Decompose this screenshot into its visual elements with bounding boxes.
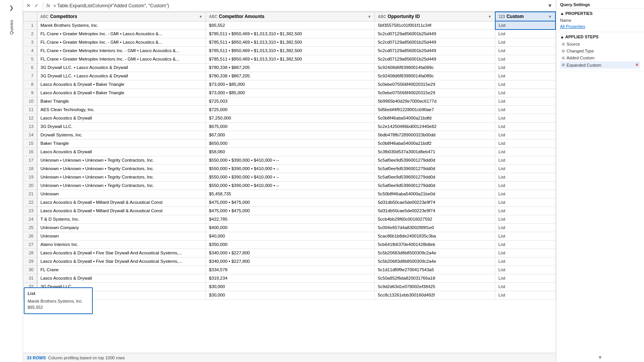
oppid-filter-icon[interactable]: ▼	[488, 15, 492, 19]
table-row[interactable]: 10Baker Triangle$725,0035b9965b40d29e700…	[23, 97, 556, 105]
table-body: 1Marek Brothers Systems, Inc.$95,5525bf3…	[23, 21, 556, 299]
custom-cell: List	[495, 139, 555, 147]
custom-cell: List	[495, 97, 555, 105]
custom-cell: List	[495, 21, 555, 29]
step-changed-type[interactable]: ⚙ Changed Type	[560, 48, 640, 54]
table-row[interactable]: 23Lasco Acoustics & Drywall • Millard Dr…	[23, 206, 556, 215]
table-row[interactable]: 5FL Crane • Greater Metroplex Interiors …	[23, 55, 556, 63]
custom-cell: List	[495, 249, 555, 257]
table-row[interactable]: 323G Drywall LLC.$30,0005c9d2d63d1e07800…	[23, 282, 556, 291]
table-row[interactable]: 8Lasco Acoustics & Drywall • Baker Trian…	[23, 80, 556, 88]
table-row[interactable]: 26Unknown$40,0005cac86b1b8de24001835c3ba…	[23, 232, 556, 240]
table-row[interactable]: 14Drywall Systems, Inc.$67,0005bdb478fb7…	[23, 131, 556, 139]
amounts-cell: $650,000	[206, 139, 375, 147]
tooltip-popup: List Marek Brothers Systems, Inc. $95,55…	[24, 287, 93, 314]
table-row[interactable]: 4FL Crane • Greater Metroplex Interiors …	[23, 46, 556, 55]
col-header-custom[interactable]: 123 Custom ▼	[495, 12, 555, 21]
opp-id-cell: 5cac86b1b8de24001835c3ba	[375, 232, 495, 240]
opp-id-cell: 5bf3557581c01f001f11c34f	[375, 21, 495, 29]
row-number: 21	[23, 190, 37, 198]
table-row[interactable]: 1Marek Brothers Systems, Inc.$95,5525bf3…	[23, 21, 556, 29]
table-row[interactable]: 25Unknown Company$400,0005c004e657d4a830…	[23, 223, 556, 232]
amounts-filter-icon[interactable]: ▼	[368, 15, 371, 19]
table-row[interactable]: 16Lasco Acoustics & Drywall$58,0605c3fb0…	[23, 147, 556, 156]
step-expanded-custom[interactable]: ⚙ Expanded Custom ✕	[560, 61, 640, 69]
left-panel: ❯ Queries	[0, 0, 23, 362]
row-number: 3	[23, 38, 37, 46]
step-added-custom[interactable]: ⚙ Added Custom	[560, 54, 640, 61]
row-number: 10	[23, 97, 37, 105]
table-row[interactable]: 2FL Crane • Greater Metroplex Inc. - GMI…	[23, 29, 556, 38]
custom-cell: List	[495, 55, 555, 63]
applied-steps-section: ▲ APPLIED STEPS ⚙ Source ⚙ Changed Type …	[556, 32, 644, 71]
custom-cell: List	[495, 198, 555, 206]
opp-id-cell: 5c2e14250486bd0012440e82	[375, 122, 495, 131]
step-changed-label: Changed Type	[567, 49, 594, 53]
table-row[interactable]: 20Unknown • Unknown • Unknown • Tegrity …	[23, 181, 556, 190]
table-row[interactable]: 18Unknown • Unknown • Unknown • Tegrity …	[23, 164, 556, 173]
competitors-cell: AES Clean Technology, Inc.	[37, 105, 206, 114]
custom-cell: List	[495, 147, 555, 156]
competitors-cell: Lasco Acoustics & Drywall	[37, 147, 206, 156]
table-row[interactable]: 30FL Crane$334,5785c1d11df0f9e2700417543…	[23, 265, 556, 274]
opp-id-cell: 5c2cd07129a856001b25d449	[375, 46, 495, 55]
row-number: 26	[23, 232, 37, 240]
row-number: 29	[23, 257, 37, 265]
table-row[interactable]: 15Baker Triangle$650,0005c0b8f46aba54000…	[23, 139, 556, 147]
table-row[interactable]: 9Lasco Acoustics & Drywall • Baker Trian…	[23, 88, 556, 97]
amounts-cell: $58,060	[206, 147, 375, 156]
table-row[interactable]: 27Alamo Interiors Inc.$350,0005cb641fb63…	[23, 240, 556, 249]
table-row[interactable]: 11AES Clean Technology, Inc.$725,0005d5b…	[23, 105, 556, 114]
opp-id-cell: 5c9d2d63d1e078002ef38425	[375, 282, 495, 291]
custom-cell: List	[495, 122, 555, 131]
opp-id-cell: 5c2cd07129a856001b25d449	[375, 55, 495, 63]
competitors-cell: Unknown • Unknown • Unknown • Tegrity Co…	[37, 156, 206, 164]
competitors-cell: Unknown • Unknown • Unknown • Tegrity Co…	[37, 181, 206, 190]
opp-id-cell: 5cc8c13261ebb300160d492f	[375, 291, 495, 299]
table-row[interactable]: 29Lasco Acoustics & Drywall • Five Star …	[23, 257, 556, 265]
table-row[interactable]: 333G Drywall LLC.$30,0005cc8c13261ebb300…	[23, 291, 556, 299]
amounts-cell: $73,000 • $85,000	[206, 80, 375, 88]
custom-cell: List	[495, 181, 555, 190]
confirm-button[interactable]: ✓	[33, 3, 40, 8]
custom-filter-icon[interactable]: ▼	[548, 15, 552, 19]
table-row[interactable]: 31Lasco Acoustics & Drywall$319,2345c50a…	[23, 274, 556, 282]
opp-id-cell: 5c5af0ee9d5396001279dd0d	[375, 173, 495, 181]
table-row[interactable]: 3FL Crane • Greater Metroplex Inc. - GMI…	[23, 38, 556, 46]
step-delete-icon[interactable]: ✕	[635, 62, 639, 67]
row-number: 27	[23, 240, 37, 249]
table-row[interactable]: 21Unknown$5,458,7355c50b8f46aba54000a21b…	[23, 190, 556, 198]
competitors-cell: Lasco Acoustics & Drywall • Millard Dryw…	[37, 198, 206, 206]
custom-cell: List	[495, 88, 555, 97]
competitors-filter-icon[interactable]: ▼	[199, 15, 202, 19]
custom-cell: List	[495, 190, 555, 198]
col-header-amounts[interactable]: ABC Competitor Amounts ▼	[206, 12, 375, 21]
table-row[interactable]: 73G Drywall LLC. • Lasco Acoustics & Dry…	[23, 72, 556, 80]
row-number: 8	[23, 80, 37, 88]
custom-cell: List	[495, 240, 555, 249]
table-row[interactable]: 63G Drywall LLC. • Lasco Acoustics & Dry…	[23, 63, 556, 72]
custom-cell: List	[495, 206, 555, 215]
collapse-arrow[interactable]: ❯	[8, 3, 15, 12]
step-expanded-label: Expanded Custom	[567, 63, 601, 67]
table-row[interactable]: 17Unknown • Unknown • Unknown • Tegrity …	[23, 156, 556, 164]
table-row[interactable]: 28Lasco Acoustics & Drywall • Five Star …	[23, 249, 556, 257]
table-row[interactable]: 19Unknown • Unknown • Unknown • Tegrity …	[23, 173, 556, 181]
right-panel: Query Settings ▲ PROPERTIES Name All Pro…	[556, 0, 644, 362]
table-row[interactable]: 24T & D Systems, Inc.$422,7855ccb4bb29f6…	[23, 215, 556, 223]
table-row[interactable]: 133G Drywall LLC.$675,0005c2e14250486bd0…	[23, 122, 556, 131]
table-row[interactable]: 22Lasco Acoustics & Drywall • Millard Dr…	[23, 198, 556, 206]
cancel-button[interactable]: ✕	[25, 3, 32, 8]
formula-expand-button[interactable]: ▼	[546, 3, 554, 8]
table-row[interactable]: 12Lasco Acoustics & Drywall$7,250,0005c0…	[23, 114, 556, 122]
col-header-competitors[interactable]: ABC Competitors ▼	[37, 12, 206, 21]
custom-cell: List	[495, 46, 555, 55]
scroll-down-arrow[interactable]: ▼	[556, 353, 644, 362]
opp-id-cell: 5c50a852f6da820031766a18	[375, 274, 495, 282]
name-label: Name	[560, 17, 640, 23]
all-props-link[interactable]: All Properties	[560, 23, 640, 29]
step-source[interactable]: ⚙ Source	[560, 41, 640, 48]
col-header-opp-id[interactable]: ABC Opportunity ID ▼	[375, 12, 495, 21]
opp-id-cell: 5c5b20683d8b8500309c2a4e	[375, 257, 495, 265]
competitors-cell: Marek Brothers Systems, Inc.	[37, 21, 206, 29]
